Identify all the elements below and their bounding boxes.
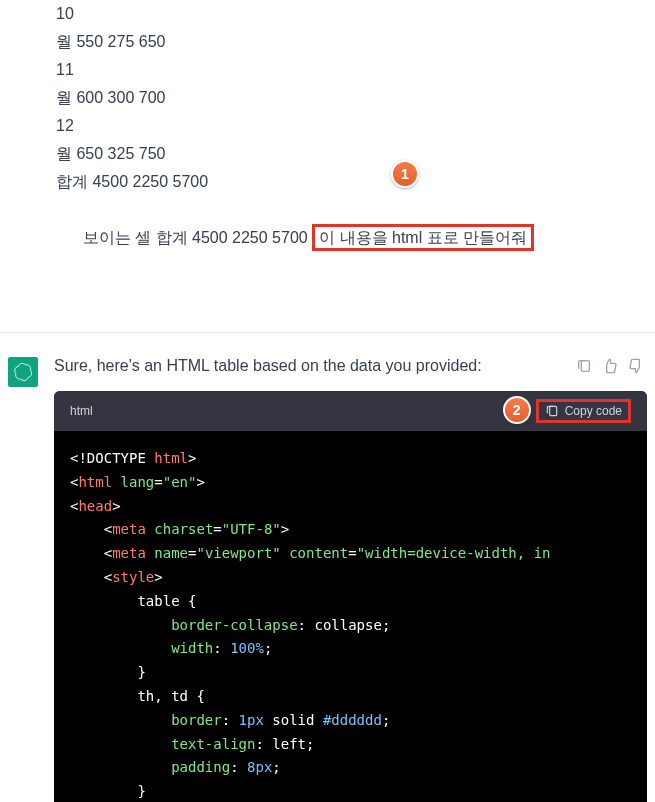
clipboard-icon [545,404,559,418]
user-prompt-highlight: 이 내용을 html 표로 만들어줘 [312,224,534,251]
thumbs-down-button[interactable] [627,357,645,375]
code-block: html 2 Copy code <!DOCTYPE html> <html l… [54,391,647,802]
copy-message-button[interactable] [575,357,593,375]
user-line: 보이는 셀 합계 4500 2250 5700 이 내용을 html 표로 만들… [56,196,655,308]
assistant-avatar [8,357,38,387]
callout-badge-1: 1 [391,160,419,188]
copy-code-button[interactable]: 2 Copy code [536,399,631,423]
svg-rect-1 [581,361,589,372]
user-line: 월 650 325 750 [56,140,655,168]
code-content: <!DOCTYPE html> <html lang="en"> <head> … [54,431,647,802]
assistant-message: Sure, here's an HTML table based on the … [0,333,655,802]
user-line: 10 [56,0,655,28]
user-line: 월 550 275 650 [56,28,655,56]
openai-icon [14,363,32,381]
user-message: 10 월 550 275 650 11 월 600 300 700 12 월 6… [0,0,655,328]
clipboard-icon [576,358,592,374]
user-text: 보이는 셀 합계 4500 2250 5700 [83,229,312,246]
user-line: 월 600 300 700 [56,84,655,112]
chat-container: 10 월 550 275 650 11 월 600 300 700 12 월 6… [0,0,655,802]
copy-code-label: Copy code [565,404,622,418]
user-line: 11 [56,56,655,84]
code-header: html 2 Copy code [54,391,647,431]
message-actions [575,357,645,375]
user-line: 12 [56,112,655,140]
assistant-intro-text: Sure, here's an HTML table based on the … [54,357,647,375]
code-language-label: html [70,404,93,418]
svg-rect-0 [549,406,556,415]
thumbs-up-button[interactable] [601,357,619,375]
assistant-content: Sure, here's an HTML table based on the … [54,357,647,802]
callout-badge-2: 2 [503,396,531,424]
user-line: 합계 4500 2250 5700 [56,168,655,196]
thumbs-down-icon [628,358,644,374]
thumbs-up-icon [602,358,618,374]
